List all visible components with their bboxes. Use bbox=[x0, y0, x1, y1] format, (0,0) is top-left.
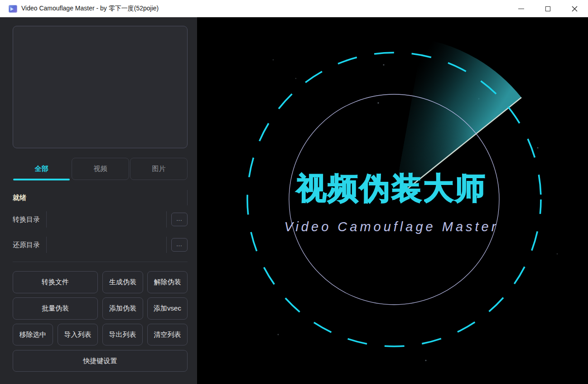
minimize-button[interactable] bbox=[508, 0, 535, 17]
generate-camo-button[interactable]: 生成伪装 bbox=[102, 271, 143, 293]
tab-video[interactable]: 视频 bbox=[72, 158, 129, 180]
maximize-button[interactable] bbox=[535, 0, 561, 17]
add-camo-button[interactable]: 添加伪装 bbox=[102, 297, 143, 320]
hotkey-settings-button[interactable]: 快捷键设置 bbox=[13, 350, 188, 372]
sidebar: 全部 视频 图片 就绪 转换目录 ... 还原目录 ... 转换文件 生成伪装 … bbox=[0, 17, 197, 384]
remove-selected-button[interactable]: 移除选中 bbox=[13, 324, 53, 345]
tab-bar: 全部 视频 图片 bbox=[13, 158, 188, 180]
caption-buttons bbox=[508, 0, 588, 17]
minimize-icon bbox=[518, 9, 524, 9]
clear-list-button[interactable]: 清空列表 bbox=[147, 324, 188, 345]
splash-title-en: Video Camouflage Master bbox=[284, 219, 499, 234]
batch-camo-button[interactable]: 批量伪装 bbox=[13, 297, 98, 320]
restore-dir-row: 还原目录 ... bbox=[13, 237, 188, 253]
maximize-icon bbox=[545, 6, 550, 11]
splash-title-cn: 视频伪装大师 bbox=[295, 171, 487, 205]
convert-file-button[interactable]: 转换文件 bbox=[13, 271, 98, 293]
tab-image-label: 图片 bbox=[152, 165, 166, 173]
radar-panel: 视频伪装大师 Video Camouflage Master bbox=[197, 17, 588, 384]
convert-dir-browse-button[interactable]: ... bbox=[171, 213, 188, 226]
window-title: Video Camouflage Master - by 零下一度(52poji… bbox=[21, 5, 159, 13]
app-window: Video Camouflage Master - by 零下一度(52poji… bbox=[0, 0, 588, 384]
add-vsec-button[interactable]: 添加vsec bbox=[147, 297, 188, 320]
restore-dir-label: 还原目录 bbox=[13, 241, 46, 249]
tab-all-label: 全部 bbox=[35, 165, 48, 173]
remove-camo-button[interactable]: 解除伪装 bbox=[147, 271, 188, 293]
titlebar: Video Camouflage Master - by 零下一度(52poji… bbox=[0, 0, 588, 17]
tab-all[interactable]: 全部 bbox=[13, 158, 70, 180]
radar-graphic: 视频伪装大师 Video Camouflage Master bbox=[197, 17, 588, 384]
file-list[interactable] bbox=[13, 26, 188, 148]
convert-dir-row: 转换目录 ... bbox=[13, 211, 188, 228]
status-text: 就绪 bbox=[13, 194, 26, 202]
convert-dir-input[interactable] bbox=[46, 211, 167, 228]
import-list-button[interactable]: 导入列表 bbox=[58, 324, 98, 345]
restore-dir-input[interactable] bbox=[46, 237, 167, 253]
status-bar: 就绪 bbox=[13, 190, 188, 205]
tab-image[interactable]: 图片 bbox=[130, 158, 188, 180]
convert-dir-label: 转换目录 bbox=[13, 215, 46, 224]
close-button[interactable] bbox=[561, 0, 588, 17]
restore-dir-browse-button[interactable]: ... bbox=[171, 238, 188, 252]
close-icon bbox=[572, 6, 578, 12]
app-icon bbox=[9, 5, 17, 13]
section-divider bbox=[13, 262, 188, 262]
tab-video-label: 视频 bbox=[94, 165, 107, 173]
export-list-button[interactable]: 导出列表 bbox=[102, 324, 143, 345]
